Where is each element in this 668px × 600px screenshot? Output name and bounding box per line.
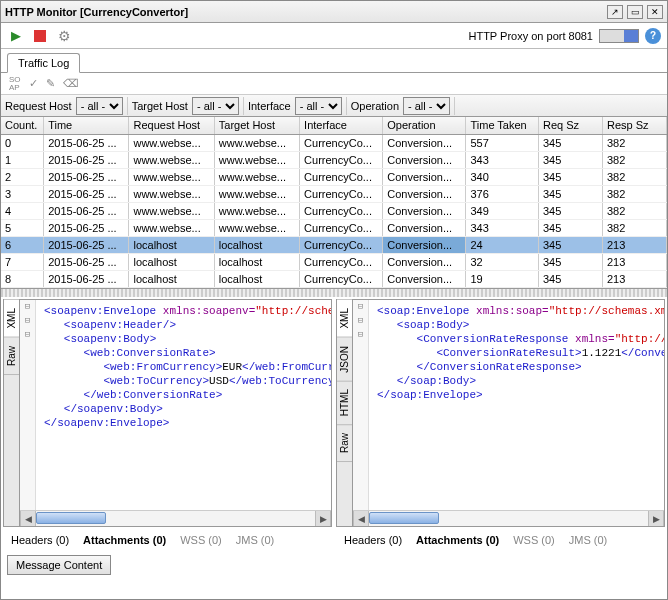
response-wss-tab[interactable]: WSS (0) <box>513 534 555 546</box>
horizontal-splitter[interactable] <box>1 289 667 297</box>
clear-icon[interactable]: ⌫ <box>63 77 79 90</box>
maximize-icon[interactable]: ▭ <box>627 5 643 19</box>
main-toolbar: ▶ ⚙ HTTP Proxy on port 8081 ? <box>1 23 667 49</box>
tabstrip: Traffic Log <box>1 49 667 73</box>
table-row[interactable]: 02015-06-25 ...www.webse...www.webse...C… <box>1 134 667 151</box>
log-toolbar: SOAP ✓ ✎ ⌫ <box>1 73 667 95</box>
table-header-row: Count.TimeRequest HostTarget HostInterfa… <box>1 117 667 134</box>
table-header[interactable]: Req Sz <box>538 117 602 134</box>
table-header[interactable]: Time Taken <box>466 117 539 134</box>
response-hscrollbar[interactable]: ◀▶ <box>353 510 664 526</box>
table-header[interactable]: Count. <box>1 117 44 134</box>
response-attachments-tab[interactable]: Attachments (0) <box>416 534 499 546</box>
table-header[interactable]: Interface <box>300 117 383 134</box>
message-panels: XML Raw ⊟⊟⊟ <soapenv:Envelope xmlns:soap… <box>1 297 667 529</box>
response-tab-raw[interactable]: Raw <box>337 425 352 462</box>
filter-operation-label: Operation <box>351 100 403 112</box>
filter-interface-label: Interface <box>248 100 295 112</box>
filter-bar: Request Host - all - Target Host - all -… <box>1 95 667 117</box>
response-xml-view[interactable]: ⊟⊟⊟ <soap:Envelope xmlns:soap="http://sc… <box>353 300 664 510</box>
response-tab-html[interactable]: HTML <box>337 381 352 425</box>
response-jms-tab[interactable]: JMS (0) <box>569 534 608 546</box>
request-panel: XML Raw ⊟⊟⊟ <soapenv:Envelope xmlns:soap… <box>3 299 332 527</box>
titlebar: HTTP Monitor [CurrencyConvertor] ↗ ▭ ✕ <box>1 1 667 23</box>
table-header[interactable]: Request Host <box>129 117 214 134</box>
response-tab-xml[interactable]: XML <box>337 300 352 338</box>
panel-bottom-tabs: Headers (0) Attachments (0) WSS (0) JMS … <box>1 529 667 551</box>
gear-icon[interactable]: ⚙ <box>55 27 73 45</box>
table-row[interactable]: 52015-06-25 ...www.webse...www.webse...C… <box>1 219 667 236</box>
request-wss-tab[interactable]: WSS (0) <box>180 534 222 546</box>
message-content-bar: Message Content <box>1 551 667 579</box>
request-xml-view[interactable]: ⊟⊟⊟ <soapenv:Envelope xmlns:soapenv="htt… <box>20 300 331 510</box>
table-header[interactable]: Target Host <box>214 117 299 134</box>
request-hscrollbar[interactable]: ◀▶ <box>20 510 331 526</box>
request-tab-raw[interactable]: Raw <box>4 338 19 375</box>
table-row[interactable]: 12015-06-25 ...www.webse...www.webse...C… <box>1 151 667 168</box>
filter-operation-select[interactable]: - all - <box>403 97 450 115</box>
minimize-external-icon[interactable]: ↗ <box>607 5 623 19</box>
request-attachments-tab[interactable]: Attachments (0) <box>83 534 166 546</box>
stop-icon[interactable] <box>31 27 49 45</box>
filter-target-host-select[interactable]: - all - <box>192 97 239 115</box>
filter-request-host-select[interactable]: - all - <box>76 97 123 115</box>
table-row[interactable]: 22015-06-25 ...www.webse...www.webse...C… <box>1 168 667 185</box>
table-row[interactable]: 32015-06-25 ...www.webse...www.webse...C… <box>1 185 667 202</box>
table-row[interactable]: 82015-06-25 ...localhostlocalhostCurrenc… <box>1 270 667 287</box>
play-icon[interactable]: ▶ <box>7 27 25 45</box>
window-title: HTTP Monitor [CurrencyConvertor] <box>5 6 607 18</box>
filter-interface-select[interactable]: - all - <box>295 97 342 115</box>
help-icon[interactable]: ? <box>645 28 661 44</box>
response-panel: XML JSON HTML Raw ⊟⊟⊟ <soap:Envelope xml… <box>336 299 665 527</box>
pencil-icon[interactable]: ✎ <box>46 77 55 90</box>
filter-target-host-label: Target Host <box>132 100 192 112</box>
close-icon[interactable]: ✕ <box>647 5 663 19</box>
table-row[interactable]: 72015-06-25 ...localhostlocalhostCurrenc… <box>1 253 667 270</box>
soap-icon[interactable]: SOAP <box>9 76 21 92</box>
response-tab-json[interactable]: JSON <box>337 338 352 382</box>
response-panel-tabs: XML JSON HTML Raw <box>337 300 353 526</box>
table-row[interactable]: 42015-06-25 ...www.webse...www.webse...C… <box>1 202 667 219</box>
request-jms-tab[interactable]: JMS (0) <box>236 534 275 546</box>
request-headers-tab[interactable]: Headers (0) <box>11 534 69 546</box>
check-icon[interactable]: ✓ <box>29 77 38 90</box>
request-tab-xml[interactable]: XML <box>4 300 19 338</box>
window-controls: ↗ ▭ ✕ <box>607 5 663 19</box>
request-panel-tabs: XML Raw <box>4 300 20 526</box>
table-row[interactable]: 62015-06-25 ...localhostlocalhostCurrenc… <box>1 236 667 253</box>
table-header[interactable]: Resp Sz <box>602 117 666 134</box>
proxy-label: HTTP Proxy on port 8081 <box>468 30 593 42</box>
table-header[interactable]: Time <box>44 117 129 134</box>
response-headers-tab[interactable]: Headers (0) <box>344 534 402 546</box>
traffic-table[interactable]: Count.TimeRequest HostTarget HostInterfa… <box>1 117 667 289</box>
tab-traffic-log[interactable]: Traffic Log <box>7 53 80 73</box>
table-header[interactable]: Operation <box>383 117 466 134</box>
message-content-button[interactable]: Message Content <box>7 555 111 575</box>
proxy-toggle[interactable] <box>599 29 639 43</box>
filter-request-host-label: Request Host <box>5 100 76 112</box>
